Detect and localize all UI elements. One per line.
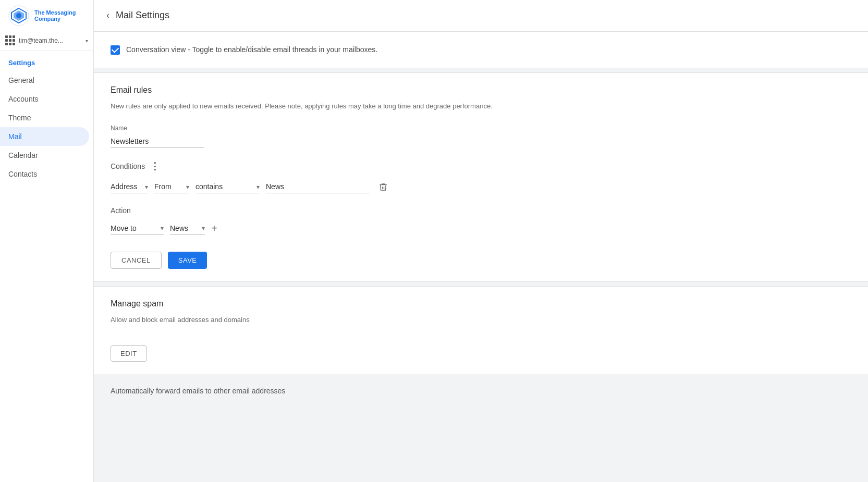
contains-select[interactable]: contains does not contain is is not [195, 180, 260, 193]
conversation-view-text: Conversation view - Toggle to enable/dis… [126, 44, 377, 55]
sidebar-item-general[interactable]: General [0, 71, 89, 90]
contains-select-wrapper: contains does not contain is is not [195, 180, 260, 193]
main: ‹ Mail Settings Conversation view - Togg… [94, 0, 868, 482]
conversation-view-checkbox[interactable] [111, 45, 120, 55]
form-button-row: CANCEL SAVE [111, 252, 851, 269]
sidebar-nav: General Accounts Theme Mail Calendar Con… [0, 71, 93, 482]
from-select-wrapper: From To Subject [154, 180, 189, 193]
conversation-view-card: Conversation view - Toggle to enable/dis… [94, 31, 868, 68]
move-to-select[interactable]: Move to Label as Mark as read Delete [111, 222, 164, 235]
page-title: Mail Settings [116, 10, 169, 21]
conditions-label: Conditions [111, 162, 145, 170]
manage-spam-title: Manage spam [111, 299, 851, 308]
name-label: Name [111, 125, 851, 132]
email-rules-card: Email rules New rules are only applied t… [94, 72, 868, 282]
logo-text: The Messaging Company [34, 9, 76, 22]
sidebar-item-mail[interactable]: Mail [0, 127, 89, 146]
add-action-button[interactable]: + [211, 223, 217, 233]
topbar: ‹ Mail Settings [94, 0, 868, 31]
cancel-button[interactable]: CANCEL [111, 252, 162, 269]
settings-label: Settings [0, 51, 93, 71]
account-bar[interactable]: tim@team.the... ▾ [0, 31, 93, 51]
conditions-row: Address From To Subject contains does no [111, 180, 851, 194]
name-field-group: Name [111, 125, 851, 148]
email-rules-title: Email rules [111, 85, 851, 95]
svg-point-3 [16, 13, 21, 18]
sidebar: The Messaging Company tim@team.the... ▾ … [0, 0, 94, 482]
grid-icon [5, 35, 16, 46]
folder-select[interactable]: News Inbox Archive Spam [170, 222, 205, 235]
conversation-row: Conversation view - Toggle to enable/dis… [111, 44, 851, 55]
manage-spam-desc: Allow and block email addresses and doma… [111, 315, 851, 326]
sidebar-item-calendar[interactable]: Calendar [0, 146, 89, 165]
back-icon: ‹ [106, 10, 109, 21]
content-area: Conversation view - Toggle to enable/dis… [94, 31, 868, 482]
manage-spam-edit-button[interactable]: EDIT [111, 345, 147, 362]
forward-section-title: Automatically forward emails to other em… [94, 374, 868, 395]
sidebar-item-contacts[interactable]: Contacts [0, 165, 89, 183]
account-name: tim@team.the... [19, 37, 84, 44]
address-select[interactable]: Address [111, 180, 148, 193]
manage-spam-card: Manage spam Allow and block email addres… [94, 286, 868, 374]
sidebar-item-accounts[interactable]: Accounts [0, 90, 89, 108]
chevron-down-icon: ▾ [85, 38, 88, 44]
conditions-header: Conditions ⋮ [111, 160, 851, 172]
from-select[interactable]: From To Subject [154, 180, 189, 193]
logo: The Messaging Company [0, 0, 93, 31]
conditions-menu-icon[interactable]: ⋮ [150, 160, 160, 172]
action-row: Move to Label as Mark as read Delete New… [111, 222, 851, 235]
sidebar-item-theme[interactable]: Theme [0, 108, 89, 127]
address-select-wrapper: Address [111, 180, 148, 193]
trash-icon [378, 182, 388, 192]
delete-condition-button[interactable] [376, 180, 390, 194]
condition-value-input[interactable] [266, 180, 370, 193]
folder-select-wrapper: News Inbox Archive Spam [170, 222, 205, 235]
action-label: Action [111, 206, 851, 215]
save-button[interactable]: SAVE [168, 252, 207, 269]
back-button[interactable]: ‹ [106, 10, 109, 21]
name-input[interactable] [111, 135, 204, 148]
move-to-select-wrapper: Move to Label as Mark as read Delete [111, 222, 164, 235]
logo-icon [8, 5, 29, 26]
action-section: Action Move to Label as Mark as read Del… [111, 206, 851, 235]
email-rules-desc: New rules are only applied to new emails… [111, 101, 851, 112]
